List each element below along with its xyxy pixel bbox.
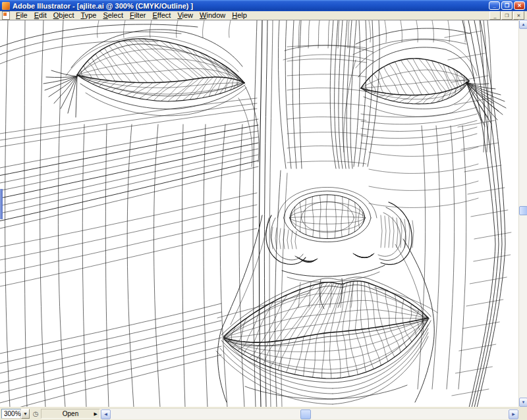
document-icon[interactable] — [2, 11, 10, 20]
vertical-scrollbar[interactable]: ▲ ▼ — [518, 20, 527, 407]
wireframe-face-artwork — [0, 20, 518, 407]
menu-item-effect[interactable]: Effect — [149, 11, 174, 20]
status-bar: 300% ▼ ◷ Open ▶ ◀ ▶ — [0, 407, 527, 420]
menu-item-object[interactable]: Object — [50, 11, 78, 20]
status-text: Open — [63, 410, 78, 417]
document-window-controls: _ ❐ ✕ — [489, 11, 527, 20]
menu-items: FileEditObjectTypeSelectFilterEffectView… — [13, 11, 250, 20]
palette-edge — [0, 189, 3, 219]
zoom-dropdown-icon[interactable]: ▼ — [21, 409, 30, 419]
scroll-left-icon[interactable]: ◀ — [101, 409, 111, 419]
document-canvas[interactable] — [0, 20, 518, 407]
vertical-scroll-thumb[interactable] — [519, 206, 527, 215]
illustrator-app-icon — [2, 2, 10, 10]
restore-button[interactable]: ❐ — [501, 1, 513, 10]
menu-item-file[interactable]: File — [13, 11, 31, 20]
clock-icon: ◷ — [32, 410, 40, 417]
menu-item-filter[interactable]: Filter — [126, 11, 149, 20]
title-bar[interactable]: Adobe Illustrator - [ajlite.ai @ 300% (C… — [0, 0, 527, 11]
horizontal-scroll-thumb[interactable] — [300, 409, 311, 419]
menu-item-window[interactable]: Window — [196, 11, 229, 20]
scroll-up-icon[interactable]: ▲ — [519, 20, 527, 29]
menu-bar: FileEditObjectTypeSelectFilterEffectView… — [0, 11, 527, 20]
window-title: Adobe Illustrator - [ajlite.ai @ 300% (C… — [13, 2, 489, 10]
horizontal-scrollbar[interactable]: ◀ ▶ — [101, 408, 518, 419]
menu-item-type[interactable]: Type — [78, 11, 100, 20]
close-button[interactable]: ✕ — [514, 1, 525, 10]
doc-restore-button[interactable]: ❐ — [501, 11, 513, 20]
doc-close-button[interactable]: ✕ — [513, 11, 524, 20]
statusbar-corner — [518, 407, 527, 420]
doc-minimize-button[interactable]: _ — [489, 11, 501, 20]
menu-item-help[interactable]: Help — [229, 11, 250, 20]
zoom-level-field[interactable]: 300% — [1, 409, 21, 419]
menu-item-view[interactable]: View — [174, 11, 196, 20]
illustrator-window: Adobe Illustrator - [ajlite.ai @ 300% (C… — [0, 0, 527, 420]
menu-item-edit[interactable]: Edit — [31, 11, 50, 20]
status-display[interactable]: Open ▶ — [41, 409, 100, 419]
scroll-down-icon[interactable]: ▼ — [519, 398, 527, 407]
minimize-button[interactable]: _ — [489, 1, 500, 10]
window-controls: _ ❐ ✕ — [489, 1, 525, 10]
scroll-right-icon[interactable]: ▶ — [509, 409, 518, 419]
menu-item-select[interactable]: Select — [99, 11, 126, 20]
status-popup-icon[interactable]: ▶ — [94, 411, 97, 416]
